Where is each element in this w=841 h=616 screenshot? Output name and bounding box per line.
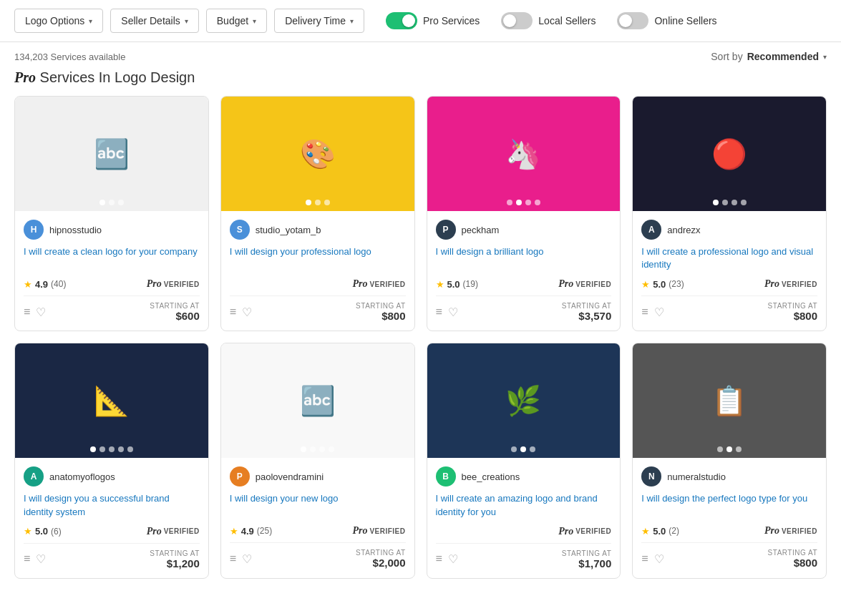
- card-image: 🌿: [427, 343, 621, 458]
- carousel-dot[interactable]: [99, 200, 105, 205]
- rating-left: ★ 4.9 (25): [230, 526, 272, 537]
- local-sellers-label: Local Sellers: [538, 15, 595, 26]
- carousel-dot[interactable]: [520, 446, 526, 452]
- heart-icon[interactable]: ♡: [448, 552, 458, 566]
- budget-filter[interactable]: Budget ▾: [206, 9, 267, 33]
- card-footer: ≡ ♡ STARTING AT $600: [24, 295, 200, 322]
- price-value: $600: [150, 310, 199, 322]
- gig-title[interactable]: I will design you a successful brand ide…: [24, 492, 200, 518]
- card-body: A anatomyoflogos I will design you a suc…: [15, 458, 208, 577]
- carousel-dot[interactable]: [324, 200, 330, 205]
- pro-services-toggle[interactable]: [386, 12, 417, 29]
- list-icon[interactable]: ≡: [436, 305, 442, 319]
- carousel-dot[interactable]: [741, 200, 747, 205]
- rating-row: ★ 5.0 (2) Pro VERIFIED: [641, 525, 817, 537]
- verified-text: VERIFIED: [782, 527, 817, 535]
- carousel-dot[interactable]: [731, 200, 737, 205]
- carousel-dot[interactable]: [109, 446, 115, 452]
- verified-text: VERIFIED: [575, 280, 611, 288]
- rating-left: ★ 5.0 (23): [641, 279, 684, 290]
- carousel-dot[interactable]: [99, 446, 105, 452]
- pro-text: Pro: [558, 526, 573, 537]
- gig-title[interactable]: I will create an amazing logo and brand …: [436, 492, 612, 518]
- list-icon[interactable]: ≡: [24, 552, 30, 566]
- carousel-dot[interactable]: [525, 200, 531, 205]
- seller-row: S studio_yotam_b: [230, 220, 406, 240]
- pro-text: Pro: [764, 278, 779, 290]
- seller-name[interactable]: hipnosstudio: [49, 225, 102, 235]
- list-icon[interactable]: ≡: [230, 552, 236, 566]
- heart-icon[interactable]: ♡: [654, 552, 664, 566]
- gig-card[interactable]: 🔴 A andrezx I will create a professional…: [632, 96, 827, 331]
- gig-title[interactable]: I will create a clean logo for your comp…: [24, 245, 200, 271]
- list-icon[interactable]: ≡: [230, 305, 236, 319]
- carousel-dot[interactable]: [511, 446, 517, 452]
- seller-name[interactable]: anatomyoflogos: [49, 471, 115, 482]
- list-icon[interactable]: ≡: [641, 305, 648, 319]
- carousel-dot[interactable]: [530, 446, 535, 452]
- carousel-dot[interactable]: [736, 446, 742, 452]
- gig-card[interactable]: 📋 N numeralstudio I will design the perf…: [632, 343, 827, 578]
- logo-options-filter[interactable]: Logo Options ▾: [14, 9, 103, 33]
- pro-badge: Pro VERIFIED: [147, 278, 200, 290]
- carousel-dot[interactable]: [315, 200, 321, 205]
- list-icon[interactable]: ≡: [24, 305, 30, 319]
- gig-title[interactable]: I will design the perfect logo type for …: [641, 492, 817, 518]
- carousel-dot[interactable]: [109, 200, 115, 205]
- carousel-dot[interactable]: [118, 446, 124, 452]
- rating-row: Pro VERIFIED: [436, 526, 612, 537]
- carousel-dot[interactable]: [535, 200, 540, 205]
- carousel-dot[interactable]: [306, 200, 311, 205]
- gig-card[interactable]: 🎨 S studio_yotam_b I will design your pr…: [220, 96, 415, 331]
- heart-icon[interactable]: ♡: [242, 305, 252, 319]
- local-sellers-toggle[interactable]: [501, 12, 533, 29]
- carousel-dot[interactable]: [507, 200, 512, 205]
- gig-card[interactable]: 📐 A anatomyoflogos I will design you a s…: [14, 343, 209, 578]
- heart-icon[interactable]: ♡: [36, 552, 46, 566]
- carousel-dot[interactable]: [722, 200, 728, 205]
- seller-name[interactable]: andrezx: [667, 225, 700, 235]
- gig-title[interactable]: I will design your new logo: [230, 492, 406, 518]
- starting-at-label: STARTING AT: [356, 549, 405, 557]
- carousel-dot[interactable]: [301, 446, 306, 452]
- carousel-dot[interactable]: [127, 446, 133, 452]
- delivery-time-filter[interactable]: Delivery Time ▾: [274, 9, 364, 33]
- gig-title[interactable]: I will design your professional logo: [230, 245, 406, 271]
- price-value: $1,200: [150, 557, 199, 569]
- gig-title[interactable]: I will create a professional logo and vi…: [641, 245, 817, 271]
- gig-title[interactable]: I will design a brilliant logo: [436, 245, 612, 271]
- carousel-dot[interactable]: [329, 446, 334, 452]
- sort-chevron-icon[interactable]: ▾: [823, 53, 827, 61]
- list-icon[interactable]: ≡: [436, 552, 442, 566]
- heart-icon[interactable]: ♡: [242, 552, 252, 566]
- verified-text: VERIFIED: [369, 527, 405, 535]
- gig-card[interactable]: 🔤 H hipnosstudio I will create a clean l…: [14, 96, 209, 331]
- seller-name[interactable]: numeralstudio: [667, 471, 726, 482]
- heart-icon[interactable]: ♡: [448, 305, 458, 319]
- seller-name[interactable]: studio_yotam_b: [256, 225, 321, 235]
- gig-card[interactable]: 🔤 P paolovendramini I will design your n…: [220, 343, 415, 578]
- carousel-dot[interactable]: [713, 200, 719, 205]
- seller-name[interactable]: peckham: [462, 225, 500, 235]
- seller-name[interactable]: paolovendramini: [256, 471, 324, 482]
- carousel-dot[interactable]: [717, 446, 723, 452]
- heart-icon[interactable]: ♡: [654, 305, 664, 319]
- gig-card[interactable]: 🦄 P peckham I will design a brilliant lo…: [427, 96, 621, 331]
- carousel-dot[interactable]: [726, 446, 732, 452]
- verified-text: VERIFIED: [164, 527, 200, 535]
- heart-icon[interactable]: ♡: [36, 305, 46, 319]
- carousel-dot[interactable]: [516, 200, 522, 205]
- card-body: S studio_yotam_b I will design your prof…: [221, 211, 414, 331]
- carousel-dot[interactable]: [310, 446, 316, 452]
- carousel-dot[interactable]: [90, 446, 96, 452]
- carousel-dots: [221, 200, 414, 205]
- online-sellers-toggle[interactable]: [617, 12, 648, 29]
- starting-at-label: STARTING AT: [768, 302, 817, 310]
- seller-name[interactable]: bee_creations: [462, 471, 520, 482]
- price-area: STARTING AT $2,000: [356, 549, 405, 569]
- gig-card[interactable]: 🌿 B bee_creations I will create an amazi…: [427, 343, 621, 578]
- seller-details-filter[interactable]: Seller Details ▾: [110, 9, 198, 33]
- carousel-dot[interactable]: [118, 200, 124, 205]
- list-icon[interactable]: ≡: [641, 552, 648, 566]
- carousel-dot[interactable]: [319, 446, 325, 452]
